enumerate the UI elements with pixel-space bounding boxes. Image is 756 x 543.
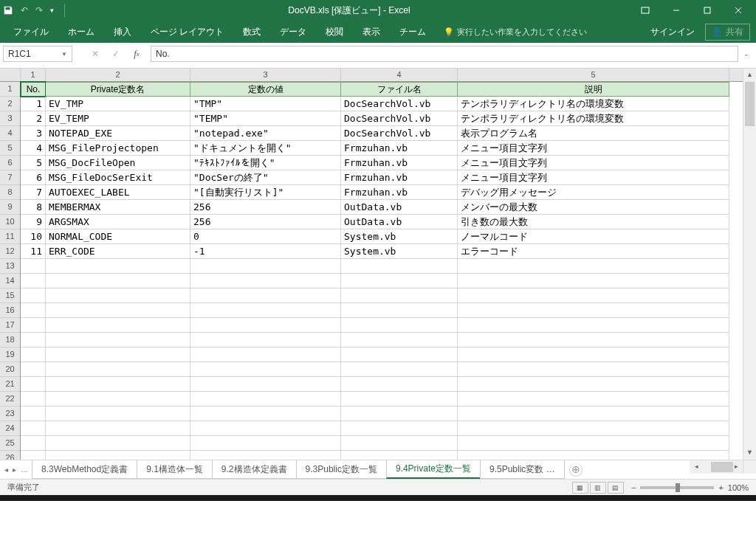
cell[interactable]: メニュー項目文字列 [458,156,729,170]
column-header[interactable]: 2 [46,69,190,81]
cell[interactable]: 説明 [458,82,729,97]
cell[interactable] [458,362,729,377]
row-header[interactable]: 20 [0,362,20,377]
row-header[interactable]: 6 [0,156,20,170]
cell[interactable] [190,421,341,436]
cell[interactable] [190,333,341,347]
redo-icon[interactable]: ↷ [35,5,43,15]
row-header[interactable]: 19 [0,347,20,362]
tell-me-search[interactable]: 💡 実行したい作業を入力してください [444,27,587,38]
cell[interactable]: 256 [190,200,341,215]
sheet-tab-nav[interactable]: ◂ ▸ … [0,460,32,479]
cancel-formula-icon[interactable]: ✕ [86,46,105,62]
zoom-control[interactable]: − + 100% [631,483,749,492]
cell[interactable] [458,407,729,421]
cell[interactable]: メニュー項目文字列 [458,170,729,185]
row-header[interactable]: 26 [0,451,20,460]
row-header[interactable]: 24 [0,421,20,436]
cell[interactable]: 9 [21,215,46,229]
cell[interactable] [21,392,46,407]
cell[interactable]: Frmzuhan.vb [341,185,458,200]
cell[interactable]: NOTEPAD_EXE [46,126,190,141]
cell[interactable] [341,333,458,347]
cell[interactable] [21,303,46,318]
row-header[interactable]: 16 [0,303,20,318]
cell[interactable]: 256 [190,215,341,229]
enter-formula-icon[interactable]: ✓ [106,46,126,62]
cell[interactable] [458,451,729,460]
signin-link[interactable]: サインイン [650,26,695,38]
cell[interactable]: 10 [21,229,46,244]
cell[interactable] [21,274,46,288]
cell[interactable]: ノーマルコード [458,229,729,244]
view-page-break-button[interactable]: ▤ [608,482,624,494]
cell[interactable]: "TEMP" [190,111,341,126]
row-header[interactable]: 12 [0,244,20,259]
cell[interactable]: Private定数名 [46,82,190,97]
cell[interactable] [21,259,46,274]
cell[interactable] [46,318,190,333]
cell[interactable] [46,288,190,303]
zoom-out-icon[interactable]: − [631,483,636,492]
undo-icon[interactable]: ↶ [21,5,28,15]
cell[interactable] [341,318,458,333]
cell[interactable]: メニュー項目文字列 [458,141,729,156]
cell[interactable] [190,377,341,392]
cell[interactable] [190,259,341,274]
row-header[interactable]: 13 [0,259,20,274]
new-sheet-button[interactable]: ⊕ [569,463,583,477]
cell[interactable]: EV_TMP [46,97,190,111]
cell[interactable] [341,303,458,318]
cell[interactable]: No. [21,82,46,97]
tab-data[interactable]: データ [272,23,314,41]
cell[interactable]: 定数の値 [190,82,341,97]
cell[interactable]: System.vb [341,229,458,244]
sheet-tab[interactable]: 9.4Private定数一覧 [386,460,481,479]
tab-file[interactable]: ファイル [6,23,56,41]
sheet-tab[interactable]: 9.5Public変数 … [480,460,565,479]
cell[interactable] [341,347,458,362]
row-header[interactable]: 10 [0,215,20,229]
cell[interactable]: 3 [21,126,46,141]
cell[interactable] [190,407,341,421]
share-button[interactable]: 👤 共有 [705,24,750,41]
cell[interactable] [458,288,729,303]
zoom-slider[interactable] [640,486,714,489]
cell[interactable]: 4 [21,141,46,156]
scroll-left-icon[interactable]: ◂ [690,460,703,474]
maximize-button[interactable] [693,0,722,21]
cell[interactable] [21,436,46,451]
tab-nav-next-icon[interactable]: ▸ [13,466,16,474]
row-header[interactable]: 7 [0,170,20,185]
row-header[interactable]: 23 [0,407,20,421]
name-box[interactable]: R1C1 ▼ [3,46,72,62]
cell[interactable] [46,303,190,318]
cell[interactable] [458,347,729,362]
tab-nav-more-icon[interactable]: … [21,466,28,474]
cell[interactable] [190,347,341,362]
cell[interactable] [190,451,341,460]
cell[interactable]: ファイル名 [341,82,458,97]
cell[interactable]: "DocSerの終了" [190,170,341,185]
tab-formulas[interactable]: 数式 [236,23,268,41]
cell[interactable] [46,362,190,377]
row-header[interactable]: 11 [0,229,20,244]
cell[interactable] [341,274,458,288]
save-icon[interactable] [3,5,13,15]
cell[interactable] [458,377,729,392]
vertical-scroll-thumb[interactable] [745,82,755,126]
vertical-scrollbar[interactable]: ▲ ▼ [743,69,756,460]
cell[interactable]: Frmzuhan.vb [341,156,458,170]
cell[interactable]: AUTOEXEC_LABEL [46,185,190,200]
sheet-tab[interactable]: 9.1構造体一覧 [137,460,213,479]
row-header[interactable]: 17 [0,318,20,333]
row-header[interactable]: 9 [0,200,20,215]
cell[interactable]: MEMBERMAX [46,200,190,215]
cell[interactable] [21,407,46,421]
cell[interactable] [190,274,341,288]
view-normal-button[interactable]: ▦ [572,482,588,494]
cell[interactable] [21,377,46,392]
cell[interactable] [21,421,46,436]
cell[interactable]: 引き数の最大数 [458,215,729,229]
cell[interactable] [190,392,341,407]
